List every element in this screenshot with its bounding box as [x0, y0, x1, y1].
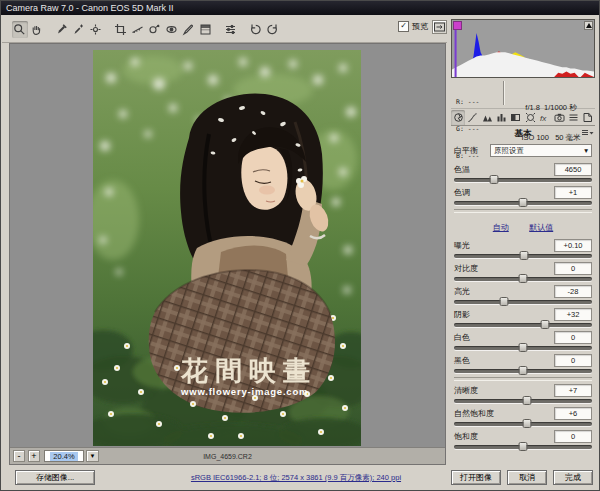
section-divider [454, 209, 592, 213]
graduated-filter-tool-button[interactable] [198, 21, 214, 38]
tab-camera-calibration[interactable] [552, 110, 566, 125]
slider-track[interactable] [454, 346, 592, 350]
shot-settings: f/1.8 1/1000 秒 ISO 100 50 毫米 [507, 78, 595, 108]
exposure-slider-group: 曝光+0.10 [454, 239, 592, 258]
tab-basic[interactable] [451, 110, 465, 125]
slider-track[interactable] [454, 254, 592, 258]
spot-removal-tool-button[interactable] [147, 21, 163, 38]
slider-track[interactable] [454, 369, 592, 373]
white-balance-select[interactable]: 原照设置 ▾ [490, 144, 592, 157]
tint-slider-group: 色调+1 [454, 186, 592, 205]
slider-thumb[interactable] [490, 175, 499, 184]
preview-checkbox[interactable]: ✓ [398, 21, 409, 32]
presets-list-icon [568, 112, 579, 123]
slider-label: 清晰度 [454, 385, 478, 396]
tab-hsl-grayscale[interactable] [494, 110, 508, 125]
panel-menu-button[interactable] [581, 129, 594, 139]
tab-split-toning[interactable] [509, 110, 523, 125]
default-link[interactable]: 默认值 [529, 223, 553, 232]
highlight-clipping-indicator[interactable] [584, 21, 593, 30]
slider-label: 黑色 [454, 355, 470, 366]
slider-value-field[interactable]: +32 [554, 308, 592, 321]
slider-track[interactable] [454, 201, 592, 205]
title-bar[interactable]: Camera Raw 7.0 - Canon EOS 5D Mark II [1, 1, 599, 15]
slider-track[interactable] [454, 300, 592, 304]
white-balance-tool-button[interactable] [54, 21, 70, 38]
footer-bar: 存储图像... sRGB IEC61966-2.1; 8 位; 2574 x 3… [1, 466, 600, 491]
rotate-right-button[interactable] [265, 21, 281, 38]
panel-menu-icon [581, 129, 594, 137]
slider-label: 色调 [454, 187, 470, 198]
slider-track[interactable] [454, 399, 592, 403]
hand-tool-button[interactable] [29, 21, 45, 38]
workflow-options-link[interactable]: sRGB IEC61966-2.1; 8 位; 2574 x 3861 (9.9… [131, 473, 461, 483]
exif-info: R: --- G: --- B: --- f/1.8 1/1000 秒 ISO … [451, 78, 595, 109]
slider-value-field[interactable]: +1 [554, 186, 592, 199]
slider-track[interactable] [454, 178, 592, 182]
fullscreen-button[interactable] [432, 20, 447, 34]
slider-value-field[interactable]: 0 [554, 262, 592, 275]
preferences-button[interactable] [223, 21, 239, 38]
tab-presets[interactable] [566, 110, 580, 125]
slider-value-field[interactable]: +7 [554, 384, 592, 397]
histogram[interactable] [451, 19, 595, 78]
slider-thumb[interactable] [523, 396, 532, 405]
slider-track[interactable] [454, 323, 592, 327]
tone-curve-icon [467, 112, 478, 123]
slider-value-field[interactable]: 0 [554, 430, 592, 443]
tab-tone-curve[interactable] [465, 110, 479, 125]
slider-thumb[interactable] [520, 251, 529, 260]
eyedropper-icon [55, 23, 68, 36]
slider-thumb[interactable] [519, 366, 528, 375]
slider-thumb[interactable] [523, 419, 532, 428]
slider-thumb[interactable] [519, 442, 528, 451]
slider-label: 对比度 [454, 263, 478, 274]
done-button[interactable]: 完成 [553, 470, 593, 485]
slider-thumb[interactable] [499, 297, 508, 306]
slider-thumb[interactable] [519, 274, 528, 283]
rotate-ccw-icon [249, 23, 262, 36]
slider-track[interactable] [454, 277, 592, 281]
open-image-button[interactable]: 打开图像 [451, 470, 501, 485]
shadow-clipping-indicator[interactable] [453, 21, 462, 30]
slider-thumb[interactable] [519, 343, 528, 352]
slider-thumb[interactable] [541, 320, 550, 329]
red-eye-tool-button[interactable] [164, 21, 180, 38]
slider-value-field[interactable]: -28 [554, 285, 592, 298]
color-sampler-icon [72, 23, 85, 36]
slider-track[interactable] [454, 422, 592, 426]
slider-value-field[interactable]: +0.10 [554, 239, 592, 252]
slider-value-field[interactable]: 0 [554, 354, 592, 367]
crop-tool-button[interactable] [113, 21, 129, 38]
hand-icon [30, 23, 43, 36]
camera-icon [554, 112, 565, 123]
color-sampler-tool-button[interactable] [71, 21, 87, 38]
rotate-left-button[interactable] [248, 21, 264, 38]
slider-value-field[interactable]: 4650 [554, 163, 592, 176]
tab-detail[interactable] [480, 110, 494, 125]
contrast-slider-group: 对比度0 [454, 262, 592, 281]
cancel-button[interactable]: 取消 [507, 470, 547, 485]
auto-link[interactable]: 自动 [493, 223, 509, 232]
preview-toggle[interactable]: ✓ 预览 [398, 21, 428, 32]
zoom-tool-button[interactable] [12, 21, 28, 38]
basic-aperture-icon [453, 112, 464, 123]
slider-value-field[interactable]: 0 [554, 331, 592, 344]
tab-effects[interactable]: fx [537, 110, 551, 125]
filename-label: IMG_4659.CR2 [10, 453, 445, 460]
straighten-tool-button[interactable] [130, 21, 146, 38]
tab-lens-corrections[interactable] [523, 110, 537, 125]
clarity-slider-group: 清晰度+7 [454, 384, 592, 403]
save-image-button[interactable]: 存储图像... [15, 470, 95, 485]
slider-thumb[interactable] [519, 198, 528, 207]
targeted-adjustment-tool-button[interactable] [88, 21, 104, 38]
tab-snapshots[interactable] [581, 110, 595, 125]
slider-track[interactable] [454, 445, 592, 449]
detail-icon [482, 112, 493, 123]
straighten-icon [131, 23, 144, 36]
brush-icon [182, 23, 195, 36]
image-canvas: 花間映畫 www.flowery-image.com - + 20.4% ▼ I… [9, 43, 446, 465]
slider-value-field[interactable]: +6 [554, 407, 592, 420]
photo-preview[interactable]: 花間映畫 www.flowery-image.com [93, 50, 361, 446]
adjustment-brush-tool-button[interactable] [181, 21, 197, 38]
